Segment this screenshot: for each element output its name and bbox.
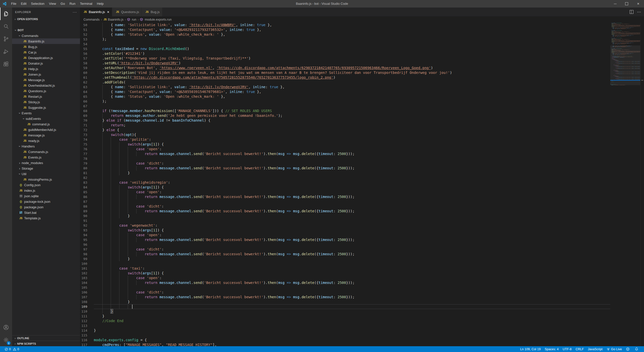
code-line-98[interactable]: return message.channel.send('Bericht suc… [94,252,610,257]
code-line-60[interactable]: .setDescription('Vind jij rijden in een … [94,70,610,75]
code-line-54[interactable] [94,42,610,46]
minimize-button[interactable] [609,0,621,8]
tree-file-sticky-js[interactable]: JSSticky.js [12,99,80,105]
outline-section[interactable]: › OUTLINE [12,335,80,341]
split-editor-icon[interactable] [630,10,633,14]
code-line-114[interactable]: } [94,328,610,333]
code-line-102[interactable]: switch(args[1]) { [94,271,610,276]
code-line-81[interactable]: } [94,171,610,175]
code-line-78[interactable] [94,156,610,161]
menu-view[interactable]: View [47,0,58,8]
code-line-55[interactable]: const taxiEmbed = new Discord.RichEmbed(… [94,46,610,51]
tree-file-devapplication-js[interactable]: JSDevapplication.js [12,55,80,61]
code-line-50[interactable]: { name: 'Sollicitatie link:', value: 'ht… [94,23,610,27]
breadcrumb-commands[interactable]: Commands [83,18,100,21]
code-line-64[interactable]: { name: 'Contactpunt', value: '<@&585503… [94,89,610,94]
tree-file-index-js[interactable]: JSindex.js [12,188,80,193]
tree-file-start-bat[interactable]: Start.bat [12,210,80,215]
tree-file-overheidsklacht-js[interactable]: JSOverheidsklacht.js [12,83,80,88]
menu-file[interactable]: File [9,0,19,8]
tree-file-donator-js[interactable]: JSDonator.js [12,61,80,66]
code-line-112[interactable]: //Code End [94,319,610,323]
code-line-96[interactable] [94,242,610,247]
tree-file-car-js[interactable]: JSCar.js [12,49,80,55]
tree-folder-events[interactable]: ›Events [12,110,80,116]
code-line-52[interactable]: { name: 'Status', value: 'Open :white_ch… [94,32,610,37]
code-line-65[interactable]: { name: 'Status', value: 'Open :white_ch… [94,94,610,99]
code-line-88[interactable]: case 'dicht': [94,204,610,209]
tree-file-package-lock-json[interactable]: {}package-lock.json [12,199,80,204]
code-line-74[interactable]: case 'politie': [94,137,610,142]
tree-file-baaninfo-js[interactable]: JSBaaninfo.js [12,38,80,44]
minimap-viewport[interactable] [610,45,640,85]
tree-file-template-js[interactable]: JSTemplate.js [12,215,80,221]
close-button[interactable]: ✕ [632,0,644,8]
code-line-104[interactable]: return message.channel.send('Bericht suc… [94,280,610,285]
code-line-117[interactable]: cmdPerms: ["MANAGE_MESSAGES", "READ_MESS… [94,342,610,346]
tree-file-suggestie-js[interactable]: JSSuggestie.js [12,105,80,110]
code-line-68[interactable]: if (!message.member.hasPermission(['MANA… [94,109,610,113]
tree-file-help-js[interactable]: JSHelp.js [12,66,80,72]
menu-terminal[interactable]: Terminal [78,0,95,8]
code-line-72[interactable]: } else { [94,128,610,132]
code-line-73[interactable]: switch(opt){ [94,132,610,137]
breadcrumb-run[interactable]: run [127,18,136,21]
tree-folder-handlers[interactable]: ›Handlers [12,143,80,149]
code-line-77[interactable]: return message.channel.send('Bericht suc… [94,152,610,156]
code-line-86[interactable]: return message.channel.send('Bericht suc… [94,194,610,199]
breadcrumb-baaninfo-js[interactable]: JSBaaninfo.js [103,18,123,21]
breadcrumb-module-exports-run[interactable]: module.exports.run [140,18,171,21]
tree-file-package-json[interactable]: {}package.json [12,204,80,210]
code-line-103[interactable]: case 'open': [94,276,610,280]
code-line-99[interactable]: } [94,257,610,261]
tab-baaninfo-js[interactable]: JSBaaninfo.js✕ [80,8,112,16]
code-line-76[interactable]: case 'open': [94,147,610,152]
tree-file-bug-js[interactable]: JSBug.js [12,44,80,49]
tree-file-questions-js[interactable]: JSQuestions.js [12,88,80,94]
code-line-113[interactable] [94,323,610,328]
code-line-75[interactable]: switch(args[1]) { [94,142,610,147]
status-eol[interactable]: CRLF [574,346,586,352]
npm-scripts-section[interactable]: › NPM SCRIPTS [12,341,80,346]
code-line-94[interactable]: case 'open': [94,233,610,237]
overview-ruler-scrollbar[interactable] [640,23,644,346]
tree-file-message-js[interactable]: JSMessage.js [12,77,80,83]
activity-source-control-button[interactable] [0,33,12,45]
maximize-button[interactable] [621,0,632,8]
code-line-69[interactable]: return message.author.send('Je hebt geen… [94,113,610,118]
activity-run-debug-button[interactable] [0,45,12,58]
tab-questions-js[interactable]: JSQuestions.js [112,8,142,16]
code-line-111[interactable]: } [94,314,610,319]
menu-help[interactable]: Help [95,0,106,8]
tree-file-guildmemberadd-js[interactable]: JSguildMemberAdd.js [12,127,80,132]
tree-file-joinen-js[interactable]: JSJoinen.js [12,72,80,77]
code-line-100[interactable] [94,261,610,266]
status-indentation[interactable]: Spaces: 4 [543,346,561,352]
activity-explorer-button[interactable] [0,8,12,20]
code-line-91[interactable] [94,218,610,223]
code-line-95[interactable]: return message.channel.send('Bericht suc… [94,237,610,242]
tab-bug-js[interactable]: JSBug.js [142,8,162,16]
menu-edit[interactable]: Edit [19,0,29,8]
code-line-66[interactable]: ); [94,99,610,104]
menu-run[interactable]: Run [67,0,78,8]
problems-indicator[interactable]: 0 0 [3,346,21,352]
activity-settings-button[interactable]: 1 [0,334,12,346]
activity-extensions-button[interactable] [0,58,12,70]
code-line-89[interactable]: return message.channel.send('Bericht suc… [94,209,610,214]
code-line-85[interactable]: case 'open': [94,190,610,194]
code-line-82[interactable] [94,175,610,180]
code-line-59[interactable]: .setAuthor('Roerveen Bot', 'https://www.… [94,66,610,70]
code-line-51[interactable]: { name: 'Contactpunt', value: '<@&482932… [94,27,610,32]
open-editors-section[interactable]: › OPEN EDITORS [12,16,80,22]
tree-folder-util[interactable]: ›Util [12,171,80,177]
code-line-90[interactable]: } [94,214,610,218]
code-editor[interactable]: 50 { name: 'Sollicitatie link:', value: … [80,23,610,346]
code-line-83[interactable]: case 'veiligheidsregio': [94,180,610,185]
menu-go[interactable]: Go [58,0,67,8]
activity-search-button[interactable] [0,20,12,33]
code-line-84[interactable]: switch(args[1]) { [94,185,610,190]
code-line-108[interactable]: } [94,299,610,304]
code-line-107[interactable]: return message.channel.send('Bericht suc… [94,295,610,299]
tree-file-message-js[interactable]: JSmessage.js [12,132,80,138]
